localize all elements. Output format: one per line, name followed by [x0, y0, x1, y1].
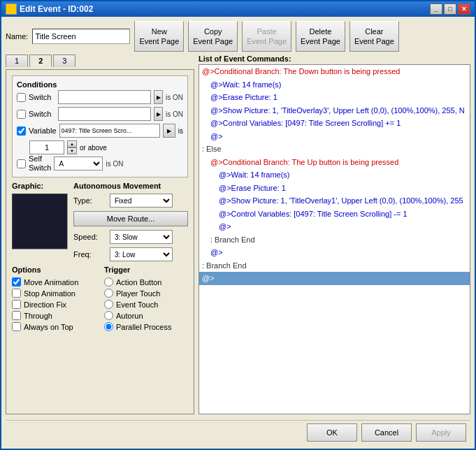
autorun-row: Autorun [104, 311, 188, 320]
list-item[interactable]: @> [199, 220, 470, 233]
main-area: 1 2 3 Conditions Switch ▶ i [6, 55, 470, 414]
variable-num-input[interactable] [29, 140, 64, 154]
switch1-arrow[interactable]: ▶ [154, 90, 163, 104]
paste-event-page-button[interactable]: PasteEvent Page [242, 21, 291, 52]
list-item[interactable]: @>Wait: 14 frame(s) [199, 168, 470, 182]
direction-fix-row: Direction Fix [12, 300, 96, 309]
list-item[interactable]: @>Show Picture: 1, 'TitleOverlay3', Uppe… [199, 104, 470, 117]
event-touch-radio[interactable] [104, 300, 113, 309]
variable-arrow[interactable]: ▶ [163, 124, 175, 138]
switch2-input[interactable] [58, 107, 151, 121]
main-window: Edit Event - ID:002 _ □ ✕ Name: NewEvent… [0, 0, 476, 450]
minimize-button[interactable]: _ [430, 3, 442, 15]
list-item[interactable]: @>Control Variables: [0497: Title Screen… [199, 117, 470, 130]
always-on-top-checkbox[interactable] [12, 322, 21, 331]
delete-event-page-button[interactable]: DeleteEvent Page [296, 21, 345, 52]
autonomous-group: Autonomous Movement Type: Fixed Move Rou… [73, 182, 188, 261]
switch1-checkbox[interactable] [17, 93, 26, 102]
freq-select[interactable]: 3: Low [110, 247, 173, 261]
graphic-label: Graphic: [12, 182, 68, 190]
speed-label: Speed: [73, 233, 107, 241]
autorun-label: Autorun [116, 312, 143, 320]
variable-checkbox[interactable] [17, 126, 26, 136]
name-input[interactable] [32, 29, 130, 44]
tab-1[interactable]: 1 [6, 55, 28, 67]
direction-fix-checkbox[interactable] [12, 300, 21, 309]
self-switch-checkbox[interactable] [17, 159, 26, 168]
type-label: Type: [73, 196, 107, 205]
list-item[interactable]: @> [199, 130, 470, 143]
close-button[interactable]: ✕ [458, 3, 470, 15]
action-button-radio[interactable] [104, 277, 113, 286]
maximize-button[interactable]: □ [444, 3, 456, 15]
title-bar-controls: _ □ ✕ [430, 3, 470, 15]
list-item[interactable]: @>Erase Picture: 1 [199, 182, 470, 195]
list-item[interactable]: @>Control Variables: [0497: Title Screen… [199, 208, 470, 221]
type-row: Type: Fixed [73, 194, 188, 208]
list-item[interactable]: @>Conditional Branch: The Down button is… [199, 65, 470, 78]
clear-event-page-button[interactable]: ClearEvent Page [349, 21, 399, 52]
list-item[interactable]: : Branch End [199, 259, 470, 273]
parallel-process-row: Parallel Process [104, 322, 188, 331]
autorun-radio[interactable] [104, 311, 113, 320]
cancel-button[interactable]: Cancel [361, 423, 412, 442]
trigger-label: Trigger [104, 266, 188, 274]
copy-event-page-button[interactable]: CopyEvent Page [188, 21, 238, 52]
list-item[interactable]: @> [199, 272, 470, 285]
spin-buttons: ▲ ▼ [67, 140, 77, 154]
tab-2[interactable]: 2 [29, 55, 52, 67]
type-select[interactable]: Fixed [110, 194, 173, 208]
move-route-button[interactable]: Move Route... [73, 211, 188, 226]
spin-down-button[interactable]: ▼ [67, 147, 77, 154]
switch1-label: Switch [29, 93, 55, 101]
list-item[interactable]: : Else [199, 143, 470, 156]
list-item[interactable]: @>Wait: 14 frame(s) [199, 78, 470, 92]
options-label: Options [12, 266, 96, 274]
switch2-label: Switch [29, 110, 55, 118]
variable-input[interactable] [59, 124, 160, 138]
apply-button[interactable]: Apply [416, 423, 466, 442]
variable-row: Variable ▶ is [17, 124, 183, 138]
freq-label: Freq: [73, 250, 107, 259]
options-group: Options Move Animation Stop Animation [12, 266, 96, 331]
switch2-checkbox[interactable] [17, 110, 26, 119]
ok-button[interactable]: OK [307, 423, 357, 442]
switch2-arrow[interactable]: ▶ [154, 107, 163, 121]
player-touch-row: Player Touch [104, 289, 188, 298]
list-item[interactable]: @>Erase Picture: 1 [199, 91, 470, 104]
spin-up-button[interactable]: ▲ [67, 140, 77, 147]
self-switch-select[interactable]: ABCD [54, 157, 103, 170]
stop-animation-label: Stop Animation [24, 289, 75, 298]
name-label: Name: [6, 32, 28, 41]
variable-is: is [178, 127, 183, 135]
list-item[interactable]: @> [199, 246, 470, 259]
player-touch-radio[interactable] [104, 289, 113, 298]
through-row: Through [12, 311, 96, 320]
move-animation-checkbox[interactable] [12, 277, 21, 286]
always-on-top-row: Always on Top [12, 322, 96, 331]
list-item[interactable]: @>Show Picture: 1, 'TitleOverlay1', Uppe… [199, 194, 470, 208]
list-item[interactable]: : Branch End [199, 233, 470, 247]
self-switch-state: is ON [106, 160, 123, 168]
graphic-box[interactable] [12, 194, 68, 249]
tab-3[interactable]: 3 [53, 55, 75, 67]
conditions-label: Conditions [17, 80, 183, 89]
panel-box: Conditions Switch ▶ is ON Switch [6, 69, 194, 414]
window-title: Edit Event - ID:002 [20, 4, 93, 14]
switch1-input[interactable] [58, 90, 151, 104]
list-item[interactable]: @>Conditional Branch: The Up button is b… [199, 156, 470, 169]
trigger-group: Trigger Action Button Player Touch [104, 266, 188, 331]
switch1-state: is ON [166, 94, 183, 101]
var-num-row: ▲ ▼ or above [29, 140, 183, 154]
through-checkbox[interactable] [12, 311, 21, 320]
speed-select[interactable]: 3: Slow [110, 230, 173, 244]
window-body: Name: NewEvent Page CopyEvent Page Paste… [1, 17, 475, 449]
right-panel: List of Event Commands: @>Conditional Br… [199, 55, 470, 414]
event-list[interactable]: @>Conditional Branch: The Down button is… [199, 64, 470, 414]
stop-animation-checkbox[interactable] [12, 289, 21, 298]
footer: OK Cancel Apply [6, 420, 470, 444]
move-animation-label: Move Animation [24, 278, 78, 286]
new-event-page-button[interactable]: NewEvent Page [134, 21, 184, 52]
parallel-process-radio[interactable] [104, 322, 113, 331]
options-trigger-section: Options Move Animation Stop Animation [12, 266, 188, 331]
